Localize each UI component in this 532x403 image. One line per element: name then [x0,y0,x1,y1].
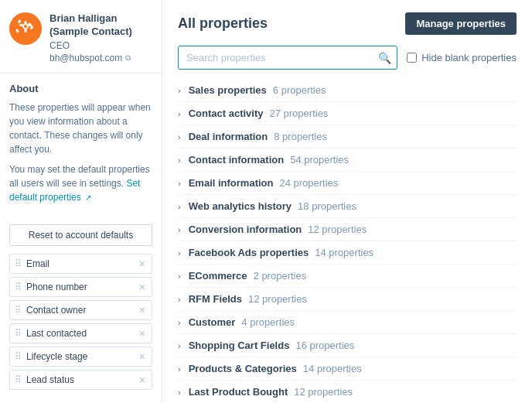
group-count: 18 properties [298,200,356,212]
external-link-icon: ↗ [85,193,91,202]
group-name: Contact activity [189,108,264,119]
group-name: Web analytics history [189,200,292,212]
property-group[interactable]: ›RFM Fields 12 properties [178,288,517,311]
drag-handle-icon: ⠿ [15,258,22,269]
property-label: Phone number [26,282,138,292]
property-item[interactable]: ⠿Phone number× [9,277,152,297]
group-name: Email information [189,177,274,189]
property-item[interactable]: ⠿Email× [9,254,152,274]
chevron-right-icon: › [178,248,181,258]
property-group[interactable]: ›ECommerce 2 properties [178,265,517,288]
group-count: 27 properties [269,108,328,119]
property-group[interactable]: ›Conversion information 12 properties [178,218,517,241]
chevron-right-icon: › [178,86,181,95]
reset-button[interactable]: Reset to account defaults [9,224,152,246]
avatar [9,12,42,45]
group-count: 54 properties [290,154,349,166]
property-group[interactable]: ›Sales properties 6 properties [178,79,517,102]
property-label: Contact owner [26,305,138,316]
chevron-right-icon: › [178,318,181,327]
drag-handle-icon: ⠿ [15,328,22,339]
main-container: Brian Halligan(Sample Contact) CEO bh@hu… [0,0,532,403]
hide-blank-label[interactable]: Hide blank properties [407,52,517,63]
left-panel: Brian Halligan(Sample Contact) CEO bh@hu… [0,0,162,403]
property-group[interactable]: ›Products & Categories 14 properties [178,357,517,381]
chevron-right-icon: › [178,155,181,165]
group-count: 12 properties [308,224,367,235]
hide-blank-checkbox[interactable] [407,53,417,63]
contact-name: Brian Halligan(Sample Contact) [49,12,152,39]
property-group[interactable]: ›Web analytics history 18 properties [178,195,517,218]
set-default-link[interactable]: Set default properties [9,178,140,203]
chevron-right-icon: › [178,179,181,188]
about-description: These properties will appear when you vi… [9,101,152,156]
right-panel: All properties Manage properties 🔍 Hide … [162,0,532,403]
drag-handle-icon: ⠿ [15,282,22,292]
property-group[interactable]: ›Shopping Cart Fields 16 properties [178,334,517,357]
property-item[interactable]: ⠿Lead status× [9,370,152,390]
remove-property-button[interactable]: × [138,351,147,362]
group-name: Facebook Ads properties [189,247,309,258]
group-count: 14 properties [303,363,362,374]
all-properties-title: All properties [178,15,268,32]
contact-email: bh@hubspot.com ⧉ [49,53,152,63]
group-count: 2 properties [254,270,307,282]
group-count: 14 properties [315,247,373,258]
chevron-right-icon: › [178,202,181,211]
contact-info: Brian Halligan(Sample Contact) CEO bh@hu… [49,12,152,63]
hubspot-logo-icon [15,19,36,39]
chevron-right-icon: › [178,132,181,142]
chevron-right-icon: › [178,225,181,234]
property-label: Email [26,258,138,269]
drag-handle-icon: ⠿ [15,305,22,316]
search-row: 🔍 Hide blank properties [178,46,517,70]
remove-property-button[interactable]: × [138,282,147,292]
property-group[interactable]: ›Deal information 8 properties [178,125,517,149]
chevron-right-icon: › [178,388,181,397]
remove-property-button[interactable]: × [138,258,147,269]
email-value: bh@hubspot.com [49,53,122,63]
chevron-right-icon: › [178,341,181,350]
group-name: Customer [189,316,236,328]
search-input[interactable] [178,46,397,70]
group-name: Shopping Cart Fields [189,340,290,351]
property-label: Lifecycle stage [26,351,138,362]
remove-property-button[interactable]: × [138,374,147,385]
group-count: 12 properties [294,386,353,398]
property-group[interactable]: ›Contact activity 27 properties [178,102,517,125]
right-header: All properties Manage properties [178,12,517,35]
group-count: 4 properties [241,316,295,328]
chevron-right-icon: › [178,109,181,118]
group-count: 8 properties [274,131,327,142]
group-count: 16 properties [295,340,354,351]
hide-blank-text: Hide blank properties [421,52,517,63]
chevron-right-icon: › [178,295,181,304]
remove-property-button[interactable]: × [138,328,147,339]
group-name: Last Product Bought [189,386,288,398]
group-name: Contact information [189,154,285,166]
property-group[interactable]: ›Contact information 54 properties [178,149,517,172]
contact-header: Brian Halligan(Sample Contact) CEO bh@hu… [0,0,162,73]
svg-rect-8 [15,29,19,33]
contact-title: CEO [49,40,152,51]
property-group[interactable]: ›Email information 24 properties [178,172,517,195]
property-group[interactable]: ›Facebook Ads properties 14 properties [178,241,517,265]
property-item[interactable]: ⠿Contact owner× [9,300,152,320]
property-item[interactable]: ⠿Lifecycle stage× [9,347,152,367]
svg-rect-2 [25,29,27,32]
group-name: Sales properties [189,84,267,96]
manage-properties-button[interactable]: Manage properties [405,12,517,35]
property-label: Last contacted [26,328,138,339]
remove-property-button[interactable]: × [138,305,147,316]
copy-icon[interactable]: ⧉ [125,53,131,63]
about-section: About These properties will appear when … [0,73,162,217]
property-item[interactable]: ⠿Last contacted× [9,323,152,343]
drag-handle-icon: ⠿ [15,374,22,385]
svg-rect-6 [18,19,22,24]
property-group[interactable]: ›Last Product Bought 12 properties [178,381,517,403]
chevron-right-icon: › [178,364,181,374]
drag-handle-icon: ⠿ [15,351,22,362]
about-title: About [9,83,152,94]
property-group[interactable]: ›Customer 4 properties [178,311,517,334]
group-count: 12 properties [248,293,307,305]
